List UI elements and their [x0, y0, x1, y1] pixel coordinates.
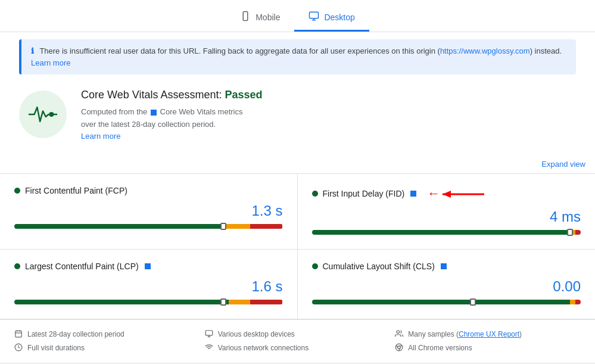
- network-icon: [205, 343, 213, 353]
- chrome-versions-text: All Chrome versions: [408, 344, 472, 352]
- assessment-title: Core Web Vitals Assessment: Passed: [81, 89, 263, 101]
- tab-desktop[interactable]: Desktop: [294, 5, 369, 32]
- red-arrow-icon: ←: [427, 186, 440, 201]
- footer-col3: Many samples (Chrome UX Report) All Chro…: [395, 329, 581, 353]
- footer-col1: Latest 28-day collection period Full vis…: [14, 329, 200, 353]
- metric-cls-title: Cumulative Layout Shift (CLS): [312, 262, 581, 271]
- visit-duration-text: Full visit durations: [27, 344, 85, 352]
- metric-fcp-bar: [14, 224, 283, 229]
- metric-fcp-value: 1.3 s: [14, 203, 283, 219]
- metric-fcp-title: First Contentful Paint (FCP): [14, 186, 283, 195]
- green-dot-cls: [312, 263, 318, 269]
- network-text: Various network connections: [218, 344, 309, 352]
- info-banner: ℹ There is insufficient real user data f…: [19, 39, 576, 74]
- lcp-info-icon: [145, 263, 151, 269]
- learn-more-link[interactable]: Learn more: [81, 132, 120, 141]
- calendar-icon: [14, 329, 23, 340]
- metric-fid-title: First Input Delay (FID) ←: [312, 186, 581, 201]
- metric-fid-value: 4 ms: [312, 209, 581, 225]
- desktop-devices-text: Various desktop devices: [218, 330, 295, 338]
- mobile-icon: [240, 11, 251, 24]
- footer-info: Latest 28-day collection period Full vis…: [0, 319, 595, 363]
- footer-samples: Many samples (Chrome UX Report): [395, 329, 581, 340]
- desktop-icon: [309, 11, 319, 24]
- footer-col2: Various desktop devices Various network …: [205, 329, 391, 353]
- banner-link[interactable]: https://www.wpglossy.com: [440, 46, 530, 55]
- green-dot-fid: [312, 191, 318, 197]
- metric-lcp-bar: [14, 300, 283, 304]
- collection-period-text: Latest 28-day collection period: [27, 330, 124, 338]
- red-arrow-svg: [443, 188, 490, 200]
- assessment-text: Core Web Vitals Assessment: Passed Compu…: [81, 89, 263, 141]
- tab-desktop-label: Desktop: [324, 13, 354, 22]
- metric-fid-bar: [312, 230, 581, 235]
- footer-chrome-versions: All Chrome versions: [395, 343, 581, 353]
- chrome-ux-report-link[interactable]: Chrome UX Report: [459, 330, 519, 338]
- metric-cls: Cumulative Layout Shift (CLS) 0.00: [298, 250, 596, 319]
- metric-fcp: First Contentful Paint (FCP) 1.3 s: [0, 174, 298, 250]
- svg-point-17: [397, 330, 400, 333]
- svg-rect-0: [243, 12, 248, 21]
- svg-point-5: [49, 112, 54, 117]
- svg-rect-8: [15, 331, 22, 337]
- users-icon: [395, 329, 403, 340]
- assessment-section: Core Web Vitals Assessment: Passed Compu…: [0, 74, 595, 155]
- blue-square-icon: [151, 110, 157, 116]
- metric-lcp-title: Largest Contentful Paint (LCP): [14, 262, 283, 271]
- learn-more-link-banner[interactable]: Learn more: [31, 58, 70, 67]
- svg-marker-7: [443, 191, 451, 198]
- tab-mobile-label: Mobile: [256, 13, 280, 22]
- pulse-icon: [19, 91, 67, 138]
- footer-collection-period: Latest 28-day collection period: [14, 329, 200, 340]
- info-icon: ℹ: [31, 46, 34, 55]
- green-dot-fcp: [14, 188, 20, 194]
- svg-rect-2: [310, 12, 319, 18]
- green-dot-lcp: [14, 263, 20, 269]
- footer-network: Various network connections: [205, 343, 391, 353]
- assessment-description: Computed from the Core Web Vitals metric…: [81, 106, 263, 131]
- metrics-grid: First Contentful Paint (FCP) 1.3 s First…: [0, 173, 595, 319]
- fid-info-icon: [410, 191, 416, 197]
- metric-lcp: Largest Contentful Paint (LCP) 1.6 s: [0, 250, 298, 319]
- footer-desktop-devices: Various desktop devices: [205, 329, 391, 340]
- metric-cls-value: 0.00: [312, 278, 581, 295]
- expand-view-button[interactable]: Expand view: [0, 155, 595, 173]
- metric-cls-bar: [312, 300, 581, 304]
- svg-rect-13: [205, 330, 213, 335]
- tab-bar: Mobile Desktop: [0, 0, 595, 32]
- devices-icon: [205, 329, 213, 340]
- clock-icon: [14, 343, 23, 353]
- assessment-status: Passed: [225, 89, 262, 101]
- cls-info-icon: [441, 263, 447, 269]
- samples-text: Many samples (Chrome UX Report): [408, 330, 522, 338]
- metric-fid: First Input Delay (FID) ← 4 ms: [298, 174, 596, 250]
- footer-visit-duration: Full visit durations: [14, 343, 200, 353]
- chrome-icon: [395, 343, 403, 353]
- tab-mobile[interactable]: Mobile: [226, 5, 294, 32]
- banner-text: There is insufficient real user data for…: [31, 46, 562, 67]
- metric-lcp-value: 1.6 s: [14, 278, 283, 295]
